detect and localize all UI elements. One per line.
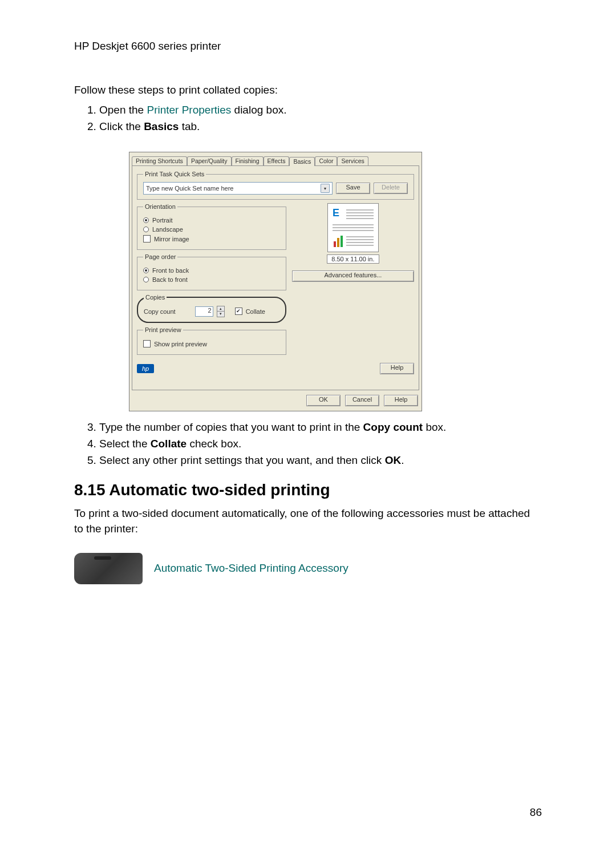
radio-back-to-front[interactable]: Back to front <box>143 276 280 283</box>
step-3: Type the number of copies that you want … <box>99 421 542 435</box>
tab-effects[interactable]: Effects <box>264 156 290 165</box>
radio-landscape[interactable]: Landscape <box>143 226 280 233</box>
tab-paper-quality[interactable]: Paper/Quality <box>187 156 232 165</box>
check-show-preview[interactable]: Show print preview <box>143 340 280 347</box>
page-header: HP Deskjet 6600 series printer <box>74 40 542 52</box>
intro-text: Follow these steps to print collated cop… <box>74 84 542 96</box>
page-number: 86 <box>530 806 542 819</box>
tab-color[interactable]: Color <box>315 156 337 165</box>
section-body: To print a two-sided document automatica… <box>74 506 542 536</box>
copy-count-input[interactable]: 2 <box>195 306 213 317</box>
page-preview: E <box>327 203 379 252</box>
ok-button[interactable]: OK <box>306 395 341 406</box>
section-heading: 8.15 Automatic two-sided printing <box>74 481 542 499</box>
steps-list-2: Type the number of copies that you want … <box>74 421 542 467</box>
quick-sets-group: Print Task Quick Sets Type new Quick Set… <box>137 171 414 200</box>
save-button[interactable]: Save <box>336 183 370 194</box>
orientation-group: Orientation Portrait Landscape Mirror im… <box>137 203 286 250</box>
check-collate[interactable]: ✔Collate <box>235 308 265 315</box>
tab-printing-shortcuts[interactable]: Printing Shortcuts <box>132 156 187 165</box>
help-button-inner[interactable]: Help <box>380 363 414 374</box>
step-4: Select the Collate check box. <box>99 437 542 451</box>
steps-list-1: Open the Printer Properties dialog box. … <box>74 103 542 134</box>
step-5: Select any other print settings that you… <box>99 454 542 468</box>
radio-front-to-back[interactable]: Front to back <box>143 267 280 274</box>
print-preview-group: Print preview Show print preview <box>137 326 286 355</box>
tab-basics[interactable]: Basics <box>289 157 315 166</box>
advanced-features-button[interactable]: Advanced features... <box>292 270 414 282</box>
copy-count-label: Copy count <box>144 308 176 315</box>
step-2: Click the Basics tab. <box>99 120 542 134</box>
radio-portrait[interactable]: Portrait <box>143 217 280 224</box>
printer-properties-link[interactable]: Printer Properties <box>147 104 231 116</box>
dropdown-icon[interactable]: ▾ <box>321 184 330 193</box>
copy-count-spinner[interactable]: ▲▼ <box>217 306 225 317</box>
tab-services[interactable]: Services <box>337 156 368 165</box>
delete-button: Delete <box>374 183 408 194</box>
copies-group: Copies Copy count 2 ▲▼ ✔Collate <box>137 294 286 323</box>
page-order-group: Page order Front to back Back to front <box>137 253 286 290</box>
tab-finishing[interactable]: Finishing <box>232 156 264 165</box>
quick-set-input[interactable]: Type new Quick Set name here ▾ <box>143 182 333 195</box>
accessory-link[interactable]: Automatic Two-Sided Printing Accessory <box>154 562 348 575</box>
tab-bar: Printing Shortcuts Paper/Quality Finishi… <box>129 152 422 165</box>
help-button-outer[interactable]: Help <box>384 395 418 406</box>
cancel-button[interactable]: Cancel <box>345 395 379 406</box>
printer-properties-dialog: Printing Shortcuts Paper/Quality Finishi… <box>129 152 422 411</box>
paper-size-label: 8.50 x 11.00 in. <box>327 254 379 264</box>
hp-logo-icon: hp <box>137 364 154 373</box>
accessory-image <box>74 553 143 584</box>
check-mirror[interactable]: Mirror image <box>143 235 280 242</box>
step-1: Open the Printer Properties dialog box. <box>99 103 542 118</box>
